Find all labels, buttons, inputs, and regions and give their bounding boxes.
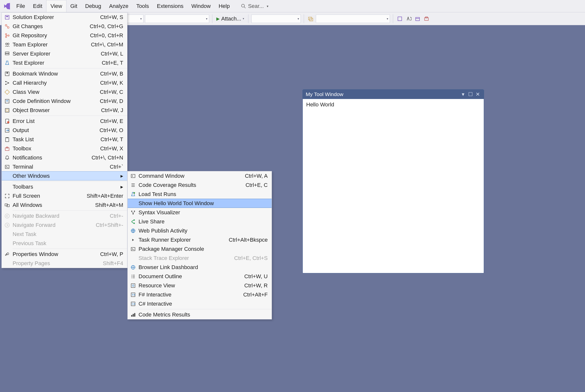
menu-item-live-share[interactable]: Live Share xyxy=(128,217,272,226)
tb-icon-4[interactable] xyxy=(414,15,421,22)
svg-point-24 xyxy=(8,82,9,83)
menubar-item-tools[interactable]: Tools xyxy=(132,0,153,12)
menubar-item-file[interactable]: File xyxy=(12,0,29,12)
menu-item-show-hello-world-tool-window[interactable]: Show Hello World Tool Window xyxy=(128,199,272,208)
menubar-item-git[interactable]: Git xyxy=(67,0,81,12)
menu-item-load-test-runs[interactable]: Load Test Runs xyxy=(128,190,272,199)
menu-item-test-explorer[interactable]: Test ExplorerCtrl+E, T xyxy=(2,58,127,68)
menu-item-toolbars[interactable]: Toolbars▶ xyxy=(2,182,127,191)
code-metrics-icon xyxy=(128,312,139,318)
svg-point-51 xyxy=(134,219,135,221)
menu-item-task-runner-explorer[interactable]: Task Runner ExplorerCtrl+Alt+Bkspce xyxy=(128,235,272,244)
menu-item-server-explorer[interactable]: Server ExplorerCtrl+W, L xyxy=(2,49,127,58)
menu-item-label: F# Interactive xyxy=(139,292,243,298)
menu-item-team-explorer[interactable]: Team ExplorerCtrl+\, Ctrl+M xyxy=(2,40,127,49)
svg-rect-3 xyxy=(309,18,313,21)
error-list-icon xyxy=(2,118,13,124)
menu-item-browser-link-dashboard[interactable]: Browser Link Dashboard xyxy=(128,263,272,272)
tb-icon-1[interactable] xyxy=(307,15,314,22)
search-icon xyxy=(241,4,246,9)
platform-combo[interactable]: ▾ xyxy=(145,14,209,23)
menu-item-toolbox[interactable]: ToolboxCtrl+W, X xyxy=(2,144,127,153)
menubar-item-edit[interactable]: Edit xyxy=(29,0,46,12)
fsharp-interactive-icon: F# xyxy=(128,292,139,298)
menu-item-resource-view[interactable]: Resource ViewCtrl+W, R xyxy=(128,281,272,290)
menu-item-call-hierarchy[interactable]: Call HierarchyCtrl+W, K xyxy=(2,78,127,88)
menu-item-command-window[interactable]: Command WindowCtrl+W, A xyxy=(128,171,272,180)
menubar-item-debug[interactable]: Debug xyxy=(81,0,105,12)
resource-view-icon xyxy=(128,283,139,288)
tb-icon-3[interactable] xyxy=(405,15,412,22)
menu-item-f-interactive[interactable]: F#F# InteractiveCtrl+Alt+F xyxy=(128,290,272,299)
menu-item-syntax-visualizer[interactable]: Syntax Visualizer xyxy=(128,208,272,217)
menu-item-object-browser[interactable]: Object BrowserCtrl+W, J xyxy=(2,106,127,115)
svg-rect-69 xyxy=(133,314,134,316)
menu-item-label: Browser Link Dashboard xyxy=(139,264,268,270)
close-icon[interactable]: ✕ xyxy=(475,91,481,97)
menubar-item-help[interactable]: Help xyxy=(215,0,234,12)
menu-item-shortcut: Ctrl+W, S xyxy=(100,14,123,20)
menu-item-label: Solution Explorer xyxy=(13,14,100,20)
menubar-item-window[interactable]: Window xyxy=(187,0,215,12)
tb-icon-5[interactable] xyxy=(423,15,430,22)
svg-point-49 xyxy=(134,210,135,212)
menu-item-label: Property Pages xyxy=(13,260,103,266)
menu-item-shortcut: Ctrl+W, R xyxy=(244,282,268,289)
tool-window-titlebar[interactable]: My Tool Window ▾ ☐ ✕ xyxy=(303,90,484,99)
tb-icon-2[interactable] xyxy=(396,15,403,22)
maximize-icon[interactable]: ☐ xyxy=(467,91,473,97)
code-definition-icon xyxy=(2,98,13,104)
menu-item-task-list[interactable]: Task ListCtrl+W, T xyxy=(2,135,127,144)
menu-item-bookmark-window[interactable]: Bookmark WindowCtrl+W, B xyxy=(2,69,127,78)
menu-item-label: Web Publish Activity xyxy=(139,228,268,234)
menu-item-label: Output xyxy=(13,127,100,134)
svg-rect-9 xyxy=(5,15,9,19)
menu-item-terminal[interactable]: TerminalCtrl+` xyxy=(2,162,127,171)
process-combo[interactable]: ▾ xyxy=(251,14,301,23)
menu-item-package-manager-console[interactable]: Package Manager Console xyxy=(128,244,272,254)
menu-item-solution-explorer[interactable]: Solution ExplorerCtrl+W, S xyxy=(2,12,127,22)
menu-item-git-changes[interactable]: Git ChangesCtrl+0, Ctrl+G xyxy=(2,22,127,31)
stackframe-combo[interactable]: ▾ xyxy=(316,14,390,23)
window-options-icon[interactable]: ▾ xyxy=(460,91,466,97)
menu-item-label: Git Changes xyxy=(13,23,90,30)
menu-item-class-view[interactable]: Class ViewCtrl+W, C xyxy=(2,88,127,96)
menu-item-label: Document Outline xyxy=(139,273,244,280)
menubar-item-view[interactable]: View xyxy=(46,0,66,12)
view-menu-dropdown: Solution ExplorerCtrl+W, SGit ChangesCtr… xyxy=(2,12,127,268)
attach-button[interactable]: ▶ Attach... ▾ xyxy=(215,14,245,23)
submenu-arrow-icon: ▶ xyxy=(121,174,123,178)
menubar-item-extensions[interactable]: Extensions xyxy=(153,0,187,12)
menu-item-all-windows[interactable]: All WindowsShift+Alt+M xyxy=(2,200,127,210)
menu-item-next-task: Next Task xyxy=(2,230,127,239)
search-box[interactable]: Sear... ▾ xyxy=(241,3,268,10)
menu-item-other-windows[interactable]: Other Windows▶ xyxy=(2,171,127,180)
menu-item-code-definition-window[interactable]: Code Definition WindowCtrl+W, D xyxy=(2,96,127,106)
menu-item-properties-window[interactable]: Properties WindowCtrl+W, P xyxy=(2,250,127,259)
menu-item-label: Navigate Forward xyxy=(13,222,96,228)
svg-point-15 xyxy=(6,36,7,38)
svg-point-0 xyxy=(242,4,244,7)
menu-item-output[interactable]: OutputCtrl+W, O xyxy=(2,126,127,135)
menu-item-document-outline[interactable]: Document OutlineCtrl+W, U xyxy=(128,272,272,281)
menu-item-label: Code Metrics Results xyxy=(139,312,268,318)
menu-item-label: Error List xyxy=(13,118,100,124)
menu-item-label: Toolbox xyxy=(13,146,100,152)
menu-item-label: Bookmark Window xyxy=(13,70,100,77)
menubar-item-analyze[interactable]: Analyze xyxy=(105,0,132,12)
bookmark-window-icon xyxy=(2,71,13,76)
menu-item-shortcut: Ctrl+W, B xyxy=(100,70,123,77)
menu-item-code-metrics-results[interactable]: Code Metrics Results xyxy=(128,310,272,319)
menu-item-error-list[interactable]: Error ListCtrl+W, E xyxy=(2,116,127,126)
menu-item-label: Notifications xyxy=(13,154,92,161)
menu-item-notifications[interactable]: NotificationsCtrl+\, Ctrl+N xyxy=(2,153,127,162)
menu-item-git-repository[interactable]: Git RepositoryCtrl+0, Ctrl+R xyxy=(2,31,127,40)
submenu-arrow-icon: ▶ xyxy=(121,185,123,189)
menu-item-c-interactive[interactable]: C#C# Interactive xyxy=(128,299,272,308)
menu-item-web-publish-activity[interactable]: Web Publish Activity xyxy=(128,226,272,235)
menu-item-full-screen[interactable]: Full ScreenShift+Alt+Enter xyxy=(2,191,127,200)
menu-item-shortcut: Ctrl+W, U xyxy=(244,273,268,280)
menu-item-code-coverage-results[interactable]: Code Coverage ResultsCtrl+E, C xyxy=(128,180,272,190)
menu-item-label: Call Hierarchy xyxy=(13,80,100,86)
menu-item-shortcut: Ctrl+W, K xyxy=(100,80,123,86)
